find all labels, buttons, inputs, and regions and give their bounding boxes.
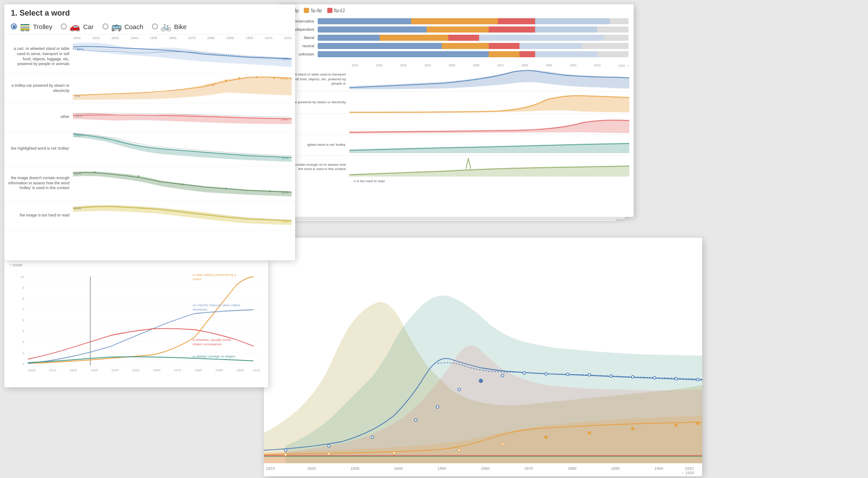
svg-point-76 xyxy=(675,377,677,380)
tr-svg-2 xyxy=(349,91,629,113)
radio-trolley[interactable]: 🚃 Trolley xyxy=(11,21,52,32)
svg-text:14%: 14% xyxy=(75,114,82,118)
svg-point-86 xyxy=(675,424,677,426)
radio-dot-coach xyxy=(102,23,108,29)
svg-text:drawn conveyance: drawn conveyance xyxy=(193,342,222,346)
line-chart-title: ↑ count xyxy=(10,263,263,267)
svg-text:1840: 1840 xyxy=(394,466,403,471)
svg-point-83 xyxy=(545,436,547,439)
svg-point-16 xyxy=(181,183,183,185)
bar-seg-red-independent xyxy=(489,26,535,33)
svg-text:23%: 23% xyxy=(282,219,289,223)
coach-icon: 🚌 xyxy=(111,21,122,32)
svg-text:an electric tramcar (also call: an electric tramcar (also called xyxy=(193,303,240,307)
radio-dot-trolley xyxy=(11,23,17,29)
chart-rows-container: a cart, or wheeled stand or table used t… xyxy=(4,40,295,230)
coach-label: Coach xyxy=(125,23,143,30)
svg-text:14%: 14% xyxy=(282,57,289,61)
svg-point-18 xyxy=(269,190,271,192)
chart-row-5: the image doesn't contain enough informa… xyxy=(4,166,295,201)
svg-text:1890: 1890 xyxy=(215,368,223,372)
tr-chart-row-5: doesn't contain enough on to assess how … xyxy=(282,156,629,178)
tr-row-chart-1 xyxy=(349,67,629,92)
chart-svg-1: 18% 14% xyxy=(73,39,292,73)
svg-text:1910: 1910 xyxy=(685,466,694,471)
row-label-3: other xyxy=(8,115,73,120)
chart-svg-5: 50% 25% xyxy=(73,165,292,200)
bar-seg-red-liberal xyxy=(448,35,480,41)
bar-seg-lblue-independent xyxy=(535,26,597,33)
svg-point-69 xyxy=(523,372,526,374)
bar-track-neutral xyxy=(318,43,628,49)
svg-point-72 xyxy=(588,373,591,376)
svg-text:25%: 25% xyxy=(282,190,289,194)
bar-seg-rest-neutral xyxy=(582,43,628,49)
radio-car[interactable]: 🚗 Car xyxy=(61,21,93,32)
svg-point-79 xyxy=(328,452,330,455)
bar-seg-rest-liberal xyxy=(604,35,628,41)
svg-point-5 xyxy=(256,76,257,78)
svg-text:18%: 18% xyxy=(76,47,83,51)
svg-text:1880: 1880 xyxy=(568,466,576,471)
chart-svg-2: 2% 29% xyxy=(73,73,292,102)
bar-seg-blue-unknown xyxy=(318,51,489,57)
svg-point-17 xyxy=(225,188,227,190)
bottom-left-svg: 10 9 8 7 6 5 4 3 2 1800 1810 1820 1830 1… xyxy=(10,268,263,377)
svg-point-62 xyxy=(328,445,330,447)
svg-text:a railway carriage or wagon: a railway carriage or wagon xyxy=(193,354,235,358)
svg-point-65 xyxy=(436,406,439,408)
svg-point-75 xyxy=(653,377,656,379)
bar-row-neutral: neutral xyxy=(283,43,628,49)
chart-svg-3: 14% 14% xyxy=(73,102,292,131)
bar-seg-red-unknown xyxy=(519,51,535,57)
bar-seg-orange-independent xyxy=(427,26,489,33)
svg-text:a road vehicle powered by a: a road vehicle powered by a xyxy=(193,273,237,277)
svg-point-82 xyxy=(501,442,504,445)
svg-text:50%: 50% xyxy=(74,172,81,176)
row-chart-2: 2% 29% xyxy=(73,73,292,104)
svg-text:motor: motor xyxy=(193,277,202,281)
radio-dot-bike xyxy=(152,23,158,29)
radio-bike[interactable]: 🚲 Bike xyxy=(152,21,187,32)
svg-text:4: 4 xyxy=(23,340,25,344)
radio-coach[interactable]: 🚌 Coach xyxy=(102,21,143,32)
radio-dot-car xyxy=(61,23,67,29)
bar-seg-lblue-conservative xyxy=(535,18,610,24)
bar-row-independent: independent xyxy=(283,26,628,33)
bar-seg-rest-conservative xyxy=(610,18,628,24)
tr-chart-row-3 xyxy=(282,114,629,135)
svg-point-15 xyxy=(138,175,139,177)
car-label: Car xyxy=(83,23,93,30)
svg-point-81 xyxy=(458,449,460,452)
svg-text:1900: 1900 xyxy=(654,466,663,471)
svg-text:streetcar): streetcar) xyxy=(193,308,207,311)
chart-svg-6: 50% 23% xyxy=(73,200,292,229)
bar-seg-red-conservative xyxy=(498,18,535,24)
legend-color-8p xyxy=(327,8,332,13)
svg-point-68 xyxy=(501,374,504,377)
bar-seg-orange-conservative xyxy=(411,18,498,24)
row-chart-5: 50% 25% xyxy=(73,165,292,202)
svg-text:14%: 14% xyxy=(282,156,289,160)
bar-seg-lblue-neutral xyxy=(519,43,582,49)
svg-point-85 xyxy=(631,427,634,430)
tr-row-chart-2 xyxy=(349,91,629,115)
word-selector: 🚃 Trolley 🚗 Car 🚌 Coach 🚲 Bike xyxy=(11,21,289,32)
tr-chart-row-4: ighted word is not 'trolley' xyxy=(282,135,629,156)
svg-text:1830: 1830 xyxy=(351,466,359,471)
chart-svg-4: 100% 14% xyxy=(73,131,292,165)
bar-seg-orange-neutral xyxy=(442,43,488,49)
row-chart-4: 100% 14% xyxy=(73,131,292,167)
legend-label-5p-8p: 5p-8p xyxy=(311,8,322,13)
svg-text:a wheeled, usually horse-: a wheeled, usually horse- xyxy=(193,338,232,342)
svg-point-67 xyxy=(479,379,483,383)
row-label-4: the highlighted word is not 'trolley' xyxy=(8,146,73,151)
chart-row-6: the image is too hard to read 50% 23% xyxy=(4,201,295,230)
bar-seg-rest-independent xyxy=(597,26,628,33)
stacked-bar-chart: conservative independent liberal xyxy=(278,15,634,63)
line-chart-container: ↑ count 10 9 8 7 6 5 4 3 2 1800 1810 xyxy=(4,259,268,382)
top-right-panel: 0-4p 5p-8p 8p-£2 conservative independen… xyxy=(278,4,634,217)
bar-track-conservative xyxy=(318,18,628,24)
chart-row-4: the highlighted word is not 'trolley' 10… xyxy=(4,131,295,166)
bar-row-unknown: unknown xyxy=(283,51,628,57)
